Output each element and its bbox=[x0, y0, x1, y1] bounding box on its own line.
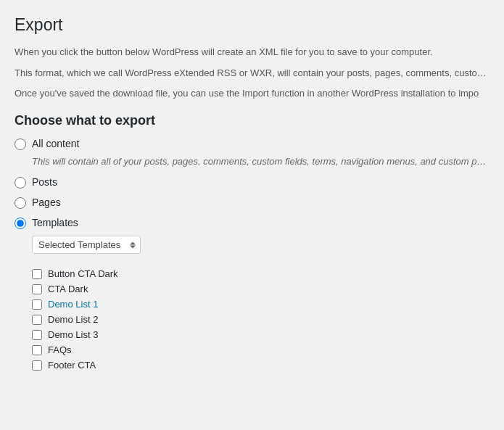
checkbox-item-demo-list-3: Demo List 3 bbox=[32, 329, 489, 340]
radio-option-all-content: All content bbox=[15, 137, 489, 152]
checkbox-demo-list-2[interactable] bbox=[32, 315, 42, 325]
section-title: Choose what to export bbox=[15, 113, 489, 128]
radio-label-pages[interactable]: Pages bbox=[32, 196, 61, 210]
radio-all-content[interactable] bbox=[15, 138, 26, 150]
radio-label-posts[interactable]: Posts bbox=[32, 175, 57, 190]
templates-dropdown[interactable]: Selected Templates All Templates bbox=[32, 236, 141, 254]
checkbox-label-demo-list-2[interactable]: Demo List 2 bbox=[48, 314, 98, 325]
export-options: All content This will contain all of you… bbox=[15, 137, 489, 371]
checkbox-button-cta-dark[interactable] bbox=[32, 269, 42, 279]
radio-option-pages: Pages bbox=[15, 196, 489, 210]
all-content-note: This will contain all of your posts, pag… bbox=[32, 154, 489, 169]
template-checkbox-list: Button CTA Dark CTA Dark Demo List 1 Dem… bbox=[32, 268, 489, 371]
checkbox-item-demo-list-1: Demo List 1 bbox=[32, 299, 489, 310]
description-1: When you click the button below WordPres… bbox=[15, 45, 489, 60]
radio-posts[interactable] bbox=[15, 177, 26, 189]
radio-option-templates: Templates bbox=[15, 216, 489, 231]
checkbox-label-faqs[interactable]: FAQs bbox=[48, 344, 72, 355]
checkbox-label-cta-dark[interactable]: CTA Dark bbox=[48, 284, 88, 294]
checkbox-faqs[interactable] bbox=[32, 345, 42, 355]
checkbox-item-faqs: FAQs bbox=[32, 344, 489, 355]
description-2: This format, which we call WordPress eXt… bbox=[15, 66, 489, 81]
radio-option-posts: Posts bbox=[15, 175, 489, 190]
radio-label-templates[interactable]: Templates bbox=[32, 216, 78, 231]
radio-pages[interactable] bbox=[15, 197, 26, 209]
checkbox-item-cta-dark: CTA Dark bbox=[32, 284, 489, 294]
description-3: Once you've saved the download file, you… bbox=[15, 86, 489, 102]
page-title: Export bbox=[15, 15, 489, 36]
checkbox-item-demo-list-2: Demo List 2 bbox=[32, 314, 489, 325]
checkbox-label-demo-list-3[interactable]: Demo List 3 bbox=[48, 329, 98, 340]
checkbox-footer-cta[interactable] bbox=[32, 360, 42, 371]
radio-label-all-content[interactable]: All content bbox=[32, 137, 79, 152]
export-page: Export When you click the button below W… bbox=[15, 15, 489, 371]
selected-templates-wrapper: Selected Templates All Templates bbox=[32, 236, 141, 254]
checkbox-cta-dark[interactable] bbox=[32, 284, 42, 294]
checkbox-label-button-cta-dark[interactable]: Button CTA Dark bbox=[48, 268, 118, 279]
checkbox-demo-list-1[interactable] bbox=[32, 299, 42, 310]
checkbox-item-button-cta-dark: Button CTA Dark bbox=[32, 268, 489, 279]
checkbox-item-footer-cta: Footer CTA bbox=[32, 360, 489, 371]
checkbox-label-demo-list-1[interactable]: Demo List 1 bbox=[48, 299, 98, 310]
templates-section: Selected Templates All Templates Button … bbox=[32, 236, 489, 371]
radio-templates[interactable] bbox=[15, 218, 26, 229]
checkbox-demo-list-3[interactable] bbox=[32, 330, 42, 340]
checkbox-label-footer-cta[interactable]: Footer CTA bbox=[48, 360, 96, 371]
